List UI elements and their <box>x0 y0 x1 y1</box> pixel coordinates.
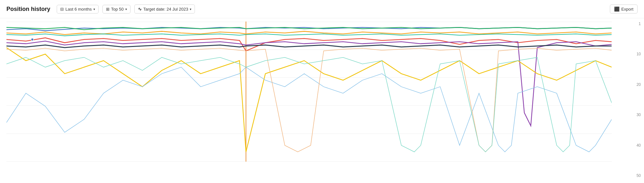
page-title: Position history <box>6 6 50 13</box>
y-label-40: 40 <box>637 143 641 148</box>
chart-container: 30 Jan 23 Feb 19 Mar 13 Apr 7 May 31 May… <box>0 18 644 183</box>
position-history-widget: Position history ⊟ Last 6 months ▾ ⊞ Top… <box>0 0 644 183</box>
svg-point-8 <box>31 38 34 41</box>
export-button[interactable]: ⬛ Export <box>610 5 638 14</box>
toolbar: Position history ⊟ Last 6 months ▾ ⊞ Top… <box>0 0 644 18</box>
chevron-down-icon-2: ▾ <box>125 7 127 11</box>
export-icon: ⬛ <box>614 6 620 12</box>
calendar-icon: ⊟ <box>60 7 64 12</box>
export-label: Export <box>621 7 633 12</box>
y-label-20: 20 <box>637 82 641 87</box>
y-label-1: 1 <box>637 22 641 26</box>
position-chart <box>6 22 628 178</box>
y-label-10: 10 <box>637 52 641 56</box>
trend-icon: ∿ <box>138 6 142 12</box>
table-icon: ⊞ <box>106 7 110 12</box>
chevron-down-icon: ▾ <box>93 7 95 11</box>
date-range-button[interactable]: ⊟ Last 6 months ▾ <box>57 5 99 14</box>
y-label-50: 50 <box>637 173 641 178</box>
date-range-label: Last 6 months <box>65 7 92 12</box>
chevron-down-icon-3: ▾ <box>190 7 191 11</box>
top-filter-label: Top 50 <box>111 7 124 12</box>
top-filter-button[interactable]: ⊞ Top 50 ▾ <box>102 5 130 14</box>
y-label-30: 30 <box>637 113 641 117</box>
target-date-label: Target date: 24 Jul 2023 <box>143 7 188 12</box>
target-date-button[interactable]: ∿ Target date: 24 Jul 2023 ▾ <box>134 5 195 14</box>
y-axis: 1 10 20 30 40 50 <box>637 22 641 178</box>
